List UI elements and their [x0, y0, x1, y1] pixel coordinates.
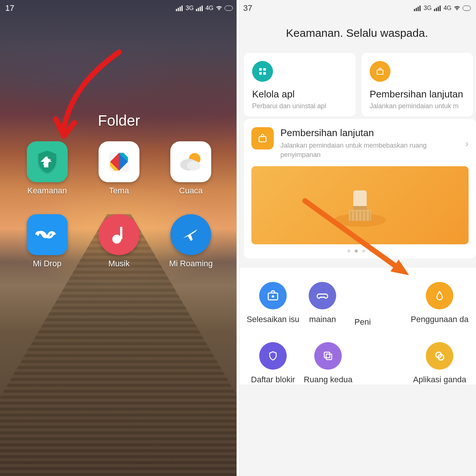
- app-label: Keamanan: [27, 186, 67, 196]
- tool-label-overflow: Peni: [354, 317, 371, 327]
- app-cuaca[interactable]: Cuaca: [163, 141, 219, 196]
- app-keamanan[interactable]: Keamanan: [19, 141, 75, 196]
- tool-label: mainan: [309, 315, 336, 324]
- app-midrop[interactable]: Mi Drop: [19, 214, 75, 268]
- app-label: Mi Drop: [33, 259, 61, 268]
- featured-card[interactable]: Pembersihan lanjutan Jalankan pemindaian…: [244, 119, 476, 258]
- app-label: Musik: [108, 259, 129, 268]
- card-title: Kelola apl: [252, 89, 347, 100]
- featured-subtitle: Jalankan pemindaian untuk membebaskan ru…: [280, 141, 459, 160]
- app-folder-grid: Keamanan Tema Cuaca Mi Drop Musik: [19, 141, 219, 268]
- tool-games[interactable]: mainan: [289, 282, 356, 324]
- app-label: Tema: [109, 186, 129, 196]
- card-subtitle: Jalankan pemindaian untuk m: [370, 102, 465, 110]
- page-title: Keamanan. Selalu waspada.: [238, 16, 476, 48]
- network-4g: 4G: [444, 5, 451, 12]
- app-miroaming[interactable]: Mi Roaming: [163, 214, 219, 268]
- tool-data-usage[interactable]: Penggunaan da: [411, 282, 469, 324]
- svg-point-7: [187, 161, 200, 170]
- app-tema[interactable]: Tema: [90, 141, 147, 196]
- card-title: Pembersihan lanjutan: [370, 89, 465, 100]
- page-indicator: [251, 250, 469, 253]
- medkit-icon: [259, 282, 287, 309]
- cards-row: Kelola apl Perbarui dan uninstal apl Pem…: [244, 53, 476, 117]
- homescreen-panel: 17 3G 4G Folder Keamanan Tema: [0, 0, 238, 476]
- tool-label: Daftar blokir: [251, 375, 295, 385]
- svg-rect-13: [263, 72, 266, 75]
- tool-label: Peni: [375, 315, 391, 325]
- tool-blocklist[interactable]: Daftar blokir: [245, 342, 300, 385]
- signal-icon: [434, 6, 441, 11]
- hidden-icon: [370, 282, 397, 309]
- dual-space-icon: [314, 342, 342, 370]
- app-label: Cuaca: [179, 186, 203, 196]
- svg-rect-27: [324, 352, 330, 358]
- network-4g: 4G: [206, 5, 213, 12]
- card-deep-clean[interactable]: Pembersihan lanjutan Jalankan pemindaian…: [361, 53, 473, 117]
- folder-title: Folder: [98, 112, 140, 129]
- network-3g: 3G: [424, 5, 431, 12]
- signal-icon: [414, 6, 421, 11]
- midrop-icon: [27, 214, 68, 255]
- svg-rect-10: [259, 68, 262, 71]
- grid-icon: [252, 61, 273, 82]
- drop-icon: [426, 282, 453, 309]
- status-bar: 17 3G 4G: [0, 0, 238, 16]
- signal-icon: [176, 6, 183, 11]
- status-time: 37: [243, 3, 252, 13]
- chevron-right-icon: ›: [465, 138, 469, 149]
- wifi-icon: [216, 5, 222, 12]
- security-app-panel: 37 3G 4G Keamanan. Selalu waspada. Kelol…: [238, 0, 476, 476]
- airplane-icon: [170, 214, 211, 255]
- shield-outline-icon: [259, 342, 287, 370]
- svg-rect-19: [349, 210, 371, 221]
- bag-icon: [251, 127, 274, 149]
- network-3g: 3G: [186, 5, 193, 12]
- signal-icon: [196, 6, 203, 11]
- theme-icon: [99, 141, 139, 182]
- featured-title: Pembersihan lanjutan: [280, 127, 459, 139]
- svg-rect-14: [377, 70, 383, 74]
- app-musik[interactable]: Musik: [90, 214, 147, 268]
- card-subtitle: Perbarui dan uninstal apl: [252, 102, 347, 110]
- wifi-icon: [454, 5, 460, 12]
- shield-icon: [27, 141, 68, 182]
- svg-rect-12: [259, 72, 262, 75]
- cleanup-illustration: [251, 166, 469, 244]
- status-time: 17: [5, 3, 14, 13]
- status-right: 3G 4G: [414, 5, 471, 12]
- svg-point-8: [112, 235, 121, 244]
- tool-second-space[interactable]: Ruang kedua: [300, 342, 356, 385]
- weather-icon: [170, 141, 211, 182]
- music-icon: [99, 214, 139, 255]
- tool-label: Ruang kedua: [304, 375, 353, 385]
- bag-icon: [370, 61, 390, 82]
- gamepad-icon: [309, 282, 336, 309]
- battery-icon: [225, 6, 233, 11]
- svg-rect-15: [259, 136, 266, 142]
- status-right: 3G 4G: [176, 5, 233, 12]
- svg-rect-11: [263, 68, 266, 71]
- status-bar: 37 3G 4G: [238, 0, 476, 16]
- tool-label: Penggunaan da: [411, 315, 469, 324]
- copy-icon: [426, 342, 453, 370]
- svg-rect-9: [120, 227, 122, 239]
- battery-icon: [463, 6, 471, 11]
- svg-rect-28: [326, 354, 332, 360]
- app-label: Mi Roaming: [169, 259, 213, 268]
- card-manage-apps[interactable]: Kelola apl Perbarui dan uninstal apl: [244, 53, 356, 117]
- tool-dual-apps[interactable]: Aplikasi ganda: [411, 342, 469, 385]
- panel-divider: [237, 0, 239, 476]
- tool-label: Aplikasi ganda: [413, 375, 466, 385]
